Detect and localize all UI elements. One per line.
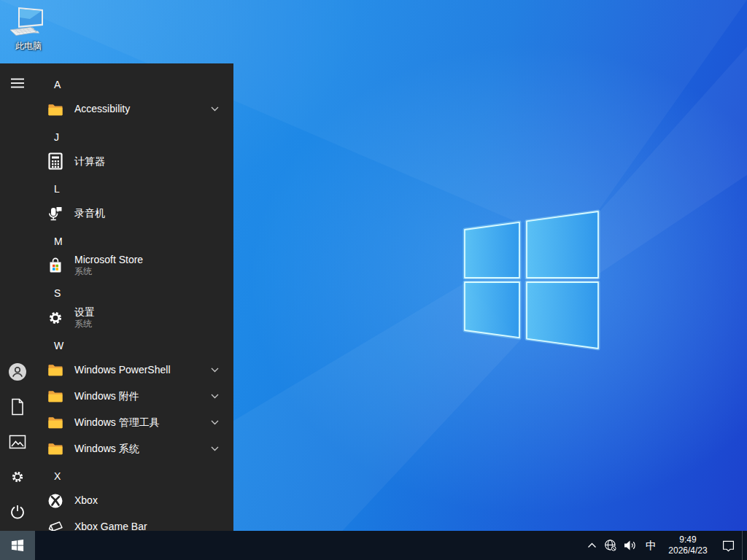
desktop-icon-this-pc[interactable]: 此电脑 bbox=[6, 6, 51, 52]
app-item[interactable]: Accessibility bbox=[35, 96, 233, 122]
desktop: 此电脑 AAccessibilityJ计算器L录音机MMicrosoft Sto… bbox=[0, 0, 747, 560]
start-menu-rail bbox=[0, 63, 35, 531]
documents-icon bbox=[10, 398, 25, 419]
section-header-X[interactable]: X bbox=[35, 463, 233, 489]
app-item[interactable]: Windows 附件 bbox=[35, 383, 233, 409]
app-label: Windows 管理工具 bbox=[74, 416, 160, 429]
clock-time: 9:49 bbox=[665, 534, 711, 545]
app-item[interactable]: Windows PowerShell bbox=[35, 357, 233, 383]
store-icon bbox=[47, 257, 64, 274]
start-menu-app-list: AAccessibilityJ计算器L录音机MMicrosoft Store系统… bbox=[35, 63, 233, 531]
app-label: Accessibility bbox=[74, 103, 130, 115]
taskbar-empty-area bbox=[35, 531, 582, 560]
app-label: Windows PowerShell bbox=[74, 364, 171, 376]
microphone-icon bbox=[47, 205, 64, 222]
rail-button-hamburger[interactable] bbox=[0, 67, 35, 102]
app-sublabel: 系统 bbox=[74, 266, 143, 277]
app-item[interactable]: Windows 系统 bbox=[35, 435, 233, 462]
user-icon bbox=[8, 362, 27, 384]
gear-icon bbox=[47, 309, 64, 327]
app-item[interactable]: 计算器 bbox=[35, 148, 233, 174]
hamburger-icon bbox=[11, 78, 24, 91]
app-label: Windows 附件 bbox=[74, 390, 139, 402]
app-label: Windows 系统 bbox=[74, 443, 139, 455]
app-item[interactable]: 设置系统 bbox=[35, 302, 233, 334]
section-header-A[interactable]: A bbox=[35, 71, 233, 98]
taskbar-clock[interactable]: 9:49 2026/4/23 bbox=[662, 534, 714, 556]
app-label: Xbox Game Bar bbox=[74, 521, 147, 531]
section-letter: X bbox=[54, 470, 61, 482]
chevron-down-icon[interactable] bbox=[211, 106, 219, 112]
chevron-down-icon[interactable] bbox=[211, 394, 219, 399]
rail-button-documents[interactable] bbox=[0, 391, 35, 426]
folder-icon bbox=[47, 387, 64, 405]
show-desktop-button[interactable] bbox=[742, 531, 747, 560]
app-label: 设置 bbox=[74, 306, 95, 319]
app-label: 计算器 bbox=[74, 155, 105, 168]
ime-indicator[interactable]: 中 bbox=[640, 531, 662, 560]
rail-button-pictures[interactable] bbox=[0, 426, 35, 461]
app-item[interactable]: 录音机 bbox=[35, 201, 233, 227]
chevron-down-icon[interactable] bbox=[211, 368, 219, 373]
action-center-icon[interactable] bbox=[714, 531, 742, 560]
gamebar-icon bbox=[47, 518, 64, 532]
app-label: Xbox bbox=[74, 494, 98, 507]
app-label: 录音机 bbox=[74, 207, 105, 219]
section-header-J[interactable]: J bbox=[35, 124, 233, 150]
chevron-down-icon[interactable] bbox=[211, 446, 219, 451]
desktop-icon-label: 此电脑 bbox=[6, 40, 51, 52]
chevron-down-icon[interactable] bbox=[211, 420, 219, 425]
volume-icon[interactable] bbox=[620, 531, 640, 560]
section-letter: W bbox=[54, 340, 63, 351]
tray-chevron-up-icon[interactable] bbox=[582, 531, 601, 560]
app-item[interactable]: Xbox Game Bar bbox=[35, 514, 233, 532]
folder-icon bbox=[47, 101, 64, 118]
xbox-icon bbox=[47, 492, 64, 510]
power-icon bbox=[9, 504, 26, 523]
computer-icon bbox=[8, 6, 49, 39]
windows-logo-icon bbox=[11, 539, 24, 552]
rail-button-power[interactable] bbox=[0, 496, 35, 531]
section-letter: M bbox=[54, 236, 63, 247]
folder-icon bbox=[47, 413, 64, 431]
taskbar: 中 9:49 2026/4/23 bbox=[0, 531, 747, 560]
section-letter: L bbox=[54, 183, 60, 195]
folder-icon bbox=[47, 440, 64, 457]
app-sublabel: 系统 bbox=[74, 319, 95, 330]
app-label: Microsoft Store bbox=[74, 254, 143, 266]
app-item[interactable]: Microsoft Store系统 bbox=[35, 249, 233, 281]
app-item[interactable]: Windows 管理工具 bbox=[35, 409, 233, 435]
rail-button-settings[interactable] bbox=[0, 461, 35, 496]
pictures-icon bbox=[9, 435, 26, 452]
section-letter: S bbox=[54, 287, 61, 299]
start-menu: AAccessibilityJ计算器L录音机MMicrosoft Store系统… bbox=[0, 63, 233, 531]
calculator-icon bbox=[47, 152, 64, 170]
network-no-internet-icon[interactable] bbox=[601, 531, 620, 560]
system-tray: 中 9:49 2026/4/23 bbox=[582, 531, 747, 560]
settings-icon bbox=[9, 469, 26, 488]
folder-icon bbox=[47, 361, 64, 378]
section-letter: J bbox=[54, 131, 59, 143]
app-item[interactable]: Xbox bbox=[35, 488, 233, 514]
section-letter: A bbox=[54, 79, 61, 90]
clock-date: 2026/4/23 bbox=[665, 545, 711, 556]
rail-button-user[interactable] bbox=[0, 356, 35, 391]
section-header-L[interactable]: L bbox=[35, 176, 233, 202]
start-button[interactable] bbox=[0, 531, 35, 560]
section-header-W[interactable]: W bbox=[35, 332, 233, 359]
